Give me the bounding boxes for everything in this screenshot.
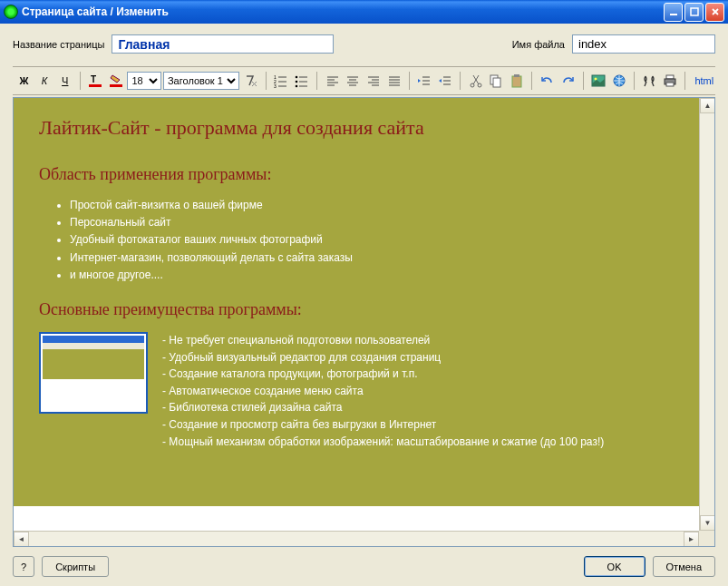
print-button[interactable] xyxy=(661,71,680,91)
content-heading-1: Лайтик-Сайт - программа для создания сай… xyxy=(39,116,674,140)
list-ordered-button[interactable]: 123 xyxy=(272,71,291,91)
content-heading-2b: Основные преимущества программы: xyxy=(39,300,674,319)
list-item: Удобный фотокаталог ваших личных фотогра… xyxy=(70,231,674,249)
minimize-button[interactable] xyxy=(664,3,683,22)
horizontal-scrollbar[interactable]: ◄ ► xyxy=(14,531,699,546)
file-name-label: Имя файла xyxy=(512,39,565,50)
scroll-right-button[interactable]: ► xyxy=(684,532,699,547)
paste-button[interactable] xyxy=(508,71,527,91)
svg-point-10 xyxy=(478,83,481,87)
bold-button[interactable]: Ж xyxy=(15,71,34,91)
page-name-input[interactable] xyxy=(112,34,334,54)
svg-point-6 xyxy=(296,76,298,79)
scroll-left-button[interactable]: ◄ xyxy=(14,532,29,547)
svg-text:3: 3 xyxy=(274,83,277,88)
list-item: и многое другое.... xyxy=(70,267,674,284)
thumbnail-image xyxy=(39,332,148,414)
advantages-list: - Не требует специальной подготовки поль… xyxy=(162,332,604,450)
window-title: Страница сайта / Изменить xyxy=(22,5,664,18)
html-mode-button[interactable]: html xyxy=(694,75,713,86)
form-row: Название страницы Имя файла xyxy=(13,34,715,54)
underline-button[interactable]: Ч xyxy=(55,71,74,91)
client-area: Название страницы Имя файла Ж К Ч T 18 З… xyxy=(0,24,728,586)
application-list: Простой сайт-визитка о вашей фирме Персо… xyxy=(39,197,674,284)
insert-link-button[interactable] xyxy=(609,71,628,91)
undo-button[interactable] xyxy=(538,71,557,91)
align-center-button[interactable] xyxy=(344,71,363,91)
svg-point-9 xyxy=(471,83,474,87)
list-item: - Создание каталога продукции, фотографи… xyxy=(162,366,604,383)
close-button[interactable] xyxy=(705,3,724,22)
maximize-button[interactable] xyxy=(684,3,704,22)
list-unordered-button[interactable] xyxy=(293,71,312,91)
find-button[interactable] xyxy=(640,71,659,91)
content-heading-2a: Область применения программы: xyxy=(39,165,674,184)
svg-point-8 xyxy=(296,85,298,88)
svg-rect-1 xyxy=(691,8,698,15)
dialog-buttons: ? Скрипты OK Отмена xyxy=(13,556,715,577)
file-name-input[interactable] xyxy=(572,34,715,54)
scripts-button[interactable]: Скрипты xyxy=(42,556,109,577)
list-item: - Мощный механизм обработки изображений:… xyxy=(162,434,604,451)
insert-image-button[interactable] xyxy=(589,71,608,91)
editor-canvas[interactable]: Лайтик-Сайт - программа для создания сай… xyxy=(14,98,699,531)
align-right-button[interactable] xyxy=(364,71,383,91)
ok-button[interactable]: OK xyxy=(584,556,645,577)
svg-rect-13 xyxy=(512,76,521,87)
svg-rect-20 xyxy=(666,83,674,86)
list-item: - Библиотека стилей дизайна сайта xyxy=(162,399,604,416)
page-name-label: Название страницы xyxy=(13,39,104,50)
italic-button[interactable]: К xyxy=(35,71,54,91)
list-item: Персональный сайт xyxy=(70,214,674,231)
redo-button[interactable] xyxy=(558,71,578,91)
list-item: Интернет-магазин, позволяющий делать с с… xyxy=(70,249,674,267)
help-button[interactable]: ? xyxy=(13,556,34,577)
svg-text:T: T xyxy=(91,74,96,83)
svg-rect-0 xyxy=(670,14,677,15)
text-color-button[interactable]: T xyxy=(86,71,105,91)
svg-rect-18 xyxy=(666,75,674,79)
svg-rect-12 xyxy=(493,78,500,87)
cancel-button[interactable]: Отмена xyxy=(653,556,715,577)
copy-button[interactable] xyxy=(487,71,506,91)
clear-format-button[interactable] xyxy=(241,71,260,91)
outdent-button[interactable] xyxy=(415,71,434,91)
editor-toolbar: Ж К Ч T 18 Заголовок 1 123 html xyxy=(13,66,715,95)
style-select[interactable]: Заголовок 1 xyxy=(163,72,239,90)
list-item: - Автоматическое создание меню сайта xyxy=(162,383,604,400)
list-item: - Не требует специальной подготовки поль… xyxy=(162,332,604,349)
list-item: Простой сайт-визитка о вашей фирме xyxy=(70,197,674,214)
indent-button[interactable] xyxy=(436,71,455,91)
align-justify-button[interactable] xyxy=(384,71,403,91)
list-item: - Удобный визуальный редактор для создан… xyxy=(162,349,604,366)
font-size-select[interactable]: 18 xyxy=(127,72,161,90)
app-icon xyxy=(4,5,18,19)
bg-color-button[interactable] xyxy=(107,71,126,91)
editor-area: Лайтик-Сайт - программа для создания сай… xyxy=(13,97,715,547)
scroll-up-button[interactable]: ▲ xyxy=(700,98,715,113)
svg-point-7 xyxy=(296,81,298,83)
cut-button[interactable] xyxy=(466,71,485,91)
titlebar: Страница сайта / Изменить xyxy=(0,0,728,24)
list-item: - Создание и просмотр сайта без выгрузки… xyxy=(162,416,604,434)
scroll-down-button[interactable]: ▼ xyxy=(700,515,715,531)
align-left-button[interactable] xyxy=(323,71,342,91)
vertical-scrollbar[interactable]: ▲ ▼ xyxy=(699,98,714,531)
svg-rect-14 xyxy=(514,74,519,77)
